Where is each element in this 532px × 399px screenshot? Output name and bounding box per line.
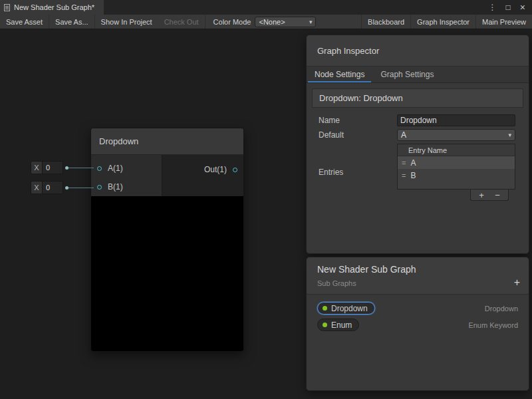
node-preview <box>91 196 243 351</box>
entries-list-header: Entry Name <box>398 144 515 156</box>
color-mode-label: Color Mode <box>205 18 255 26</box>
shader-graph-toolbar: Save Asset Save As... Show In Project Ch… <box>0 15 532 29</box>
port-label-b: B(1) <box>108 182 123 192</box>
chevron-down-icon: ▾ <box>309 19 313 25</box>
entry-value: A <box>410 158 416 168</box>
name-label: Name <box>319 116 397 125</box>
port-label-a: A(1) <box>108 164 123 173</box>
tab-node-settings[interactable]: Node Settings <box>307 66 372 82</box>
port-circle-b[interactable] <box>97 185 102 190</box>
blackboard-items: Dropdown Dropdown Enum Enum Keyword <box>307 295 529 338</box>
blackboard-row-enum: Enum Enum Keyword <box>307 317 529 333</box>
blackboard-row-dropdown: Dropdown Dropdown <box>307 300 529 317</box>
check-out-button[interactable]: Check Out <box>158 15 205 29</box>
blackboard-item-enum[interactable]: Enum <box>317 319 359 331</box>
name-field-row: Name <box>319 114 515 126</box>
keyword-dot-icon <box>323 323 327 327</box>
inspector-title: Graph Inspector <box>307 35 529 66</box>
default-value: A <box>401 130 406 140</box>
port-label-out: Out(1) <box>204 165 227 174</box>
blackboard-item-dropdown[interactable]: Dropdown <box>317 302 375 315</box>
entries-list-container: Entry Name = A = B + − <box>397 144 515 201</box>
output-port-out[interactable]: Out(1) <box>204 160 237 179</box>
item-name: Dropdown <box>331 304 368 313</box>
edge-line <box>68 188 94 188</box>
default-field-row: Default A ▾ <box>319 129 515 141</box>
entry-value: B <box>410 171 416 180</box>
tab-graph-settings[interactable]: Graph Settings <box>372 66 442 82</box>
node-settings-fields: Name Default A ▾ Entries Entry Name = A <box>307 108 529 201</box>
toolbar-right-group: Blackboard Graph Inspector Main Preview <box>361 15 532 29</box>
window-menu-icon[interactable]: ⋮ <box>489 3 497 11</box>
default-dropdown[interactable]: A ▾ <box>397 129 515 141</box>
graph-inspector-panel: Graph Inspector Node Settings Graph Sett… <box>306 35 529 254</box>
node-input-column: A(1) B(1) <box>91 155 162 196</box>
dropdown-node[interactable]: Dropdown A(1) B(1) Out(1) <box>90 128 244 352</box>
entry-row-a[interactable]: = A <box>398 156 515 169</box>
keyword-dot-icon <box>323 306 327 311</box>
maximize-icon[interactable]: □ <box>506 3 511 11</box>
blackboard-panel: New Shader Sub Graph Sub Graphs + Dropdo… <box>306 257 529 391</box>
title-bar: New Shader Sub Graph* ⋮ □ × <box>0 0 532 15</box>
color-mode-dropdown[interactable]: <None> ▾ <box>255 17 316 27</box>
blackboard-header: New Shader Sub Graph Sub Graphs + <box>307 257 529 295</box>
node-body: A(1) B(1) Out(1) <box>91 155 243 196</box>
entries-spacer <box>398 182 515 189</box>
value-field-b[interactable]: 0 <box>42 182 63 194</box>
item-type: Dropdown <box>485 305 518 313</box>
vector1-field-b[interactable]: X 0 <box>31 181 63 194</box>
port-input-widget-a: X 0 <box>31 161 94 174</box>
entries-list: Entry Name = A = B <box>397 144 515 190</box>
component-label: X <box>31 162 42 174</box>
port-circle-a[interactable] <box>97 166 102 171</box>
node-title: Dropdown <box>99 136 138 146</box>
input-port-a[interactable]: A(1) <box>91 159 162 178</box>
close-icon[interactable]: × <box>520 3 525 12</box>
document-tab[interactable]: New Shader Sub Graph* <box>0 0 104 15</box>
drag-handle-icon[interactable]: = <box>402 172 406 180</box>
default-label: Default <box>319 130 397 140</box>
show-in-project-button[interactable]: Show In Project <box>95 15 158 29</box>
graph-inspector-toggle-button[interactable]: Graph Inspector <box>411 15 475 29</box>
name-input[interactable] <box>397 114 515 126</box>
save-as-button[interactable]: Save As... <box>49 15 94 29</box>
drag-handle-icon[interactable]: = <box>402 159 406 167</box>
entry-row-b[interactable]: = B <box>398 169 515 182</box>
add-property-button[interactable]: + <box>514 277 520 288</box>
entries-label: Entries <box>319 168 397 177</box>
node-settings-section-header: Dropdown: Dropdown <box>312 88 523 108</box>
inspector-tabs: Node Settings Graph Settings <box>307 66 529 83</box>
vector1-field-a[interactable]: X 0 <box>31 161 63 174</box>
node-header[interactable]: Dropdown <box>91 128 243 155</box>
shader-graph-asset-icon <box>4 4 10 11</box>
window-controls: ⋮ □ × <box>489 0 532 15</box>
remove-entry-button[interactable]: − <box>491 190 504 200</box>
port-input-widget-b: X 0 <box>31 181 94 194</box>
item-type: Enum Keyword <box>468 321 518 329</box>
port-circle-out[interactable] <box>233 168 237 172</box>
entries-footer-buttons: + − <box>470 190 509 201</box>
tab-title: New Shader Sub Graph* <box>14 3 94 11</box>
blackboard-title: New Shader Sub Graph <box>317 264 518 275</box>
main-preview-toggle-button[interactable]: Main Preview <box>476 15 532 29</box>
entry-name-header: Entry Name <box>408 146 447 154</box>
save-asset-button[interactable]: Save Asset <box>0 15 49 29</box>
chevron-down-icon: ▾ <box>508 132 511 138</box>
blackboard-subtitle: Sub Graphs <box>317 279 518 287</box>
edge-line <box>68 168 94 168</box>
add-entry-button[interactable]: + <box>475 190 488 200</box>
entries-field-row: Entries Entry Name = A = B <box>319 144 515 201</box>
item-name: Enum <box>331 321 352 330</box>
blackboard-toggle-button[interactable]: Blackboard <box>362 15 410 29</box>
input-port-b[interactable]: B(1) <box>91 178 162 196</box>
color-mode-value: <None> <box>259 18 285 26</box>
component-label: X <box>31 182 42 194</box>
entries-footer: + − <box>397 190 515 201</box>
value-field-a[interactable]: 0 <box>42 162 63 174</box>
